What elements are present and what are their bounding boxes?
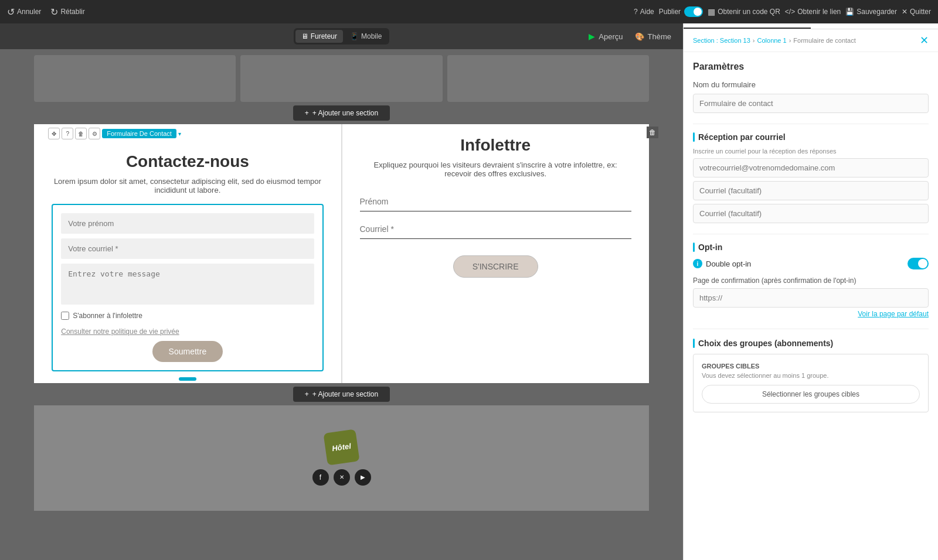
qr-label: Obtenir un code QR [718,8,780,16]
panel-title: Paramètres [693,62,929,72]
mobile-label: Mobile [361,32,382,40]
help-icon: ? [634,8,638,16]
widget-label: Formulaire De Contact [102,129,176,138]
undo-button[interactable]: ↺ Annuler [7,6,41,18]
subscribe-checkbox[interactable] [61,312,69,320]
publish-area: Publier [659,6,703,17]
panel-close-button[interactable]: ✕ [920,34,929,47]
link-label: Obtenir le lien [797,8,841,16]
theme-label: Thème [648,32,671,41]
link-icon: </> [785,8,795,16]
widget-help-button[interactable]: ? [62,128,73,139]
groups-label: Choix des groupes (abonnements) [698,339,833,348]
double-optin-label-wrap: i Double opt-in [693,259,751,268]
social-icons: f ✕ ▶ [312,469,371,486]
plus-icon-top: + [305,109,309,117]
newsletter-desc: Expliquez pourquoi les visiteurs devraie… [360,161,631,178]
groups-section: Choix des groupes (abonnements) GROUPES … [693,339,929,412]
confirm-label: Page de confirmation (après confirmation… [693,276,929,285]
add-section-top-button[interactable]: + + Ajouter une section [293,105,390,121]
optin-info-icon[interactable]: i [693,259,702,268]
newsletter-area: Infolettre Expliquez pourquoi les visite… [342,124,649,383]
nl-submit-button[interactable]: S'INSCRIRE [453,255,538,278]
mobile-icon: 📱 [350,32,359,40]
subscribe-row: S'abonner à l'infolettre [61,312,314,320]
double-optin-label: Double opt-in [706,259,751,268]
reception-group: Réception par courriel Inscrire un courr… [693,132,929,223]
widget-delete-button[interactable]: 🗑 [75,128,87,139]
get-qr-button[interactable]: ▦ Obtenir un code QR [708,7,780,16]
contact-form-box: S'abonner à l'infolettre Consulter notre… [52,204,323,371]
newsletter-title: Infolettre [460,136,531,155]
resize-handle[interactable] [179,377,196,381]
get-link-button[interactable]: </> Obtenir le lien [785,8,841,16]
section-delete-button[interactable]: 🗑 [647,127,658,138]
device-group: 🖥 Fureteur 📱 Mobile [294,28,390,45]
browser-button[interactable]: 🖥 Fureteur [295,30,343,43]
section-block-2 [240,55,442,102]
privacy-link[interactable]: Consulter notre politique de vie privée [61,327,179,336]
nl-email-input[interactable] [360,220,631,239]
divider-3 [693,329,929,329]
firstname-input[interactable] [61,213,314,234]
submit-button[interactable]: Soumettre [152,341,223,362]
email-opt1-input[interactable] [693,181,929,200]
undo-label: Annuler [17,8,41,16]
reception-desc: Inscrire un courriel pour la réception d… [693,148,929,155]
quit-icon: ✕ [902,8,908,16]
message-textarea[interactable] [61,264,314,305]
qr-icon: ▦ [708,7,715,16]
breadcrumb-sep1: › [753,37,755,44]
main-canvas: + + Ajouter une section 🗑 ✥ ✥ ? 🗑 ⚙ Form… [0,49,683,560]
breadcrumb-column-link[interactable]: Colonne 1 [757,37,787,44]
breadcrumb-form: Formulaire de contact [793,37,855,44]
twitter-x-icon[interactable]: ✕ [334,469,350,486]
publish-toggle[interactable] [684,6,703,17]
mobile-button[interactable]: 📱 Mobile [344,30,388,43]
breadcrumb-section-link[interactable]: Section : Section 13 [693,37,750,44]
nl-firstname-input[interactable] [360,192,631,211]
help-button[interactable]: ? Aide [634,8,654,16]
email-opt2-input[interactable] [693,204,929,223]
form-name-label: Nom du formulaire [693,80,929,89]
contact-form-area: ✥ ✥ ? 🗑 ⚙ Formulaire De Contact ▾ Contac… [34,124,341,383]
select-groups-button[interactable]: Sélectionner les groupes cibles [702,385,920,404]
email-input[interactable] [61,238,314,259]
undo-icon: ↺ [7,6,15,18]
browser-icon: 🖥 [301,32,308,40]
breadcrumb: Section : Section 13 › Colonne 1 › Formu… [684,29,938,52]
add-section-bottom-button[interactable]: + + Ajouter une section [293,387,390,402]
optin-bar [693,243,695,252]
widget-move-button[interactable]: ✥ [48,128,60,139]
right-panel: CONTENU MISE EN FORME Section : Section … [683,0,938,560]
breadcrumb-sep2: › [789,37,791,44]
email-primary-input[interactable] [693,158,929,177]
form-name-input[interactable] [693,94,929,113]
youtube-icon[interactable]: ▶ [355,469,371,486]
top-section-bar [34,55,649,102]
content-section: 🗑 ✥ ✥ ? 🗑 ⚙ Formulaire De Contact ▾ Cont… [34,124,649,383]
apercu-button[interactable]: ▶ Aperçu [589,32,623,41]
save-label: Sauvegarder [857,8,897,16]
optin-label: Opt-in [698,243,722,252]
widget-settings-button[interactable]: ⚙ [89,128,100,139]
save-button[interactable]: 💾 Sauvegarder [845,8,897,16]
optin-group: Opt-in i Double opt-in Page de confirmat… [693,243,929,318]
quit-label: Quitter [910,8,931,16]
theme-button[interactable]: 🎨 Thème [635,32,671,41]
quit-button[interactable]: ✕ Quitter [902,8,931,16]
double-optin-toggle[interactable] [908,258,929,269]
redo-label: Rétablir [60,8,84,16]
default-page-link[interactable]: Voir la page par défaut [693,310,929,318]
facebook-icon[interactable]: f [312,469,329,486]
groups-box: GROUPES CIBLES Vous devez sélectionner a… [693,354,929,412]
double-optin-row: i Double opt-in [693,258,929,269]
add-section-bottom-label: + Ajouter une section [312,390,378,398]
section-bar [693,132,695,142]
confirm-url-input[interactable] [693,288,929,308]
add-section-top-label: + Ajouter une section [312,109,378,117]
redo-button[interactable]: ↻ Rétablir [50,6,84,18]
browser-label: Fureteur [311,32,337,40]
move-handle[interactable]: ✥ [38,128,45,137]
section-block-1 [34,55,236,102]
